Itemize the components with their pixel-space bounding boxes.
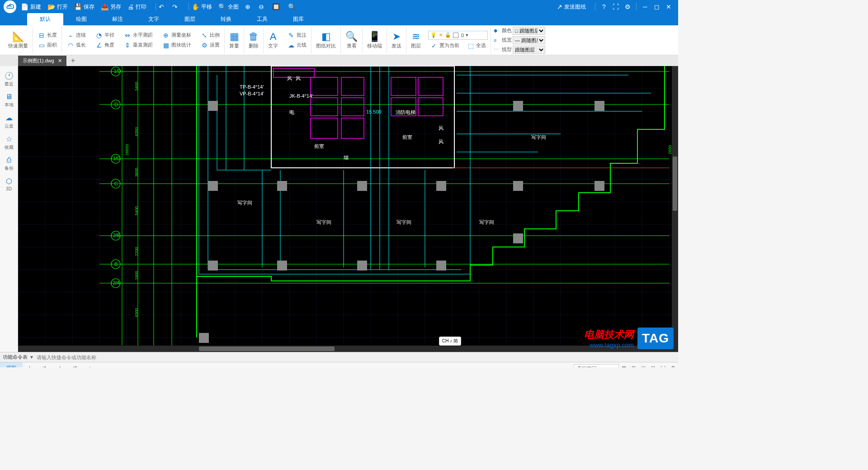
redo-button[interactable]: ↷ (172, 3, 179, 10)
blockstat-icon: ▦ (162, 42, 170, 49)
zoom-out-button[interactable]: ⊖ (259, 3, 266, 10)
status-btn-5[interactable]: ⛶ (658, 366, 668, 368)
linewidth-icon: ≡ (494, 38, 501, 43)
calc-button[interactable]: ▦算量 (227, 30, 241, 50)
coord-button[interactable]: ⊕测量坐标 (160, 31, 193, 39)
radius-button[interactable]: ◔半径 (93, 31, 116, 39)
layout-tab-2[interactable]: Layout2 (53, 363, 83, 368)
tab-annotate[interactable]: 标注 (99, 13, 136, 25)
fullscreen-button[interactable]: ⛶ (610, 3, 622, 10)
tab-default[interactable]: 默认 (27, 13, 63, 25)
zoom-prev-button[interactable]: 🔍 (288, 3, 297, 10)
chevron-down-icon[interactable]: ▼ (29, 355, 34, 360)
tab-convert[interactable]: 转换 (208, 13, 244, 25)
layout-tab-model[interactable]: 模型 (0, 362, 23, 367)
tab-text[interactable]: 文字 (136, 13, 172, 25)
settings-button[interactable]: ⚙ (622, 3, 633, 10)
svg-rect-76 (357, 261, 367, 271)
add-tab-button[interactable]: + (66, 57, 80, 65)
angle-button[interactable]: ∠角度 (93, 41, 116, 49)
sidebar-backup[interactable]: ⎙备份 (1, 153, 17, 174)
print-button[interactable]: 🖨打印 (127, 3, 146, 11)
color-icon: ◆ (494, 28, 501, 33)
color-select[interactable]: □ 跟随图层 (513, 27, 545, 35)
minimize-button[interactable]: ─ (639, 3, 651, 10)
status-btn-6[interactable]: ⚙ (668, 365, 678, 367)
vertical-scrollbar[interactable] (672, 66, 678, 352)
add-layout-button[interactable]: + (83, 365, 96, 368)
layout-tab-1[interactable]: Layout1 (23, 363, 53, 368)
status-btn-4[interactable]: ⊡ (648, 365, 658, 367)
zoom-fit-button[interactable]: 🔍全图 (218, 3, 239, 11)
chevron-down-icon: ▾ (466, 32, 468, 38)
hdist-button[interactable]: ⇔水平测距 (122, 31, 155, 39)
send-button[interactable]: ➤发送 (390, 30, 403, 50)
zoom-in-button[interactable]: ⊕ (245, 3, 252, 10)
maximize-button[interactable]: ◻ (651, 3, 663, 10)
status-btn-3[interactable]: ◫ (638, 365, 648, 367)
undo-button[interactable]: ↶ (159, 3, 166, 10)
find-text-input[interactable] (574, 364, 619, 368)
setcurrent-icon: ✓ (430, 42, 438, 49)
saveas-button[interactable]: 📤另存 (101, 3, 121, 11)
arc-button[interactable]: ◠弧长 (65, 41, 88, 49)
sidebar-cloud[interactable]: ☁云盘 (1, 111, 17, 132)
length-button[interactable]: ⊟长度 (36, 31, 59, 39)
send-drawing-button[interactable]: ↗发送图纸 (557, 3, 586, 11)
sun-icon: ☀ (439, 32, 443, 38)
mobile-button[interactable]: 📱移动端 (365, 30, 384, 50)
open-button[interactable]: 📂打开 (47, 3, 68, 11)
hdist-icon: ⇔ (123, 32, 132, 39)
tab-draw[interactable]: 绘图 (63, 13, 99, 25)
text-button[interactable]: A文字 (266, 30, 280, 50)
status-btn-1[interactable]: ▦ (619, 365, 629, 367)
tab-library[interactable]: 图库 (280, 13, 316, 25)
cloud-button[interactable]: ☁云线 (285, 41, 308, 49)
sidebar-3d[interactable]: ⬡3D (1, 174, 17, 194)
command-input[interactable] (37, 355, 675, 360)
area-button[interactable]: ▭面积 (36, 41, 59, 49)
svg-rect-72 (199, 333, 209, 343)
selectall-button[interactable]: ⬚全选 (465, 42, 488, 50)
sidebar-favorite[interactable]: ☆收藏 (1, 132, 17, 153)
status-btn-2[interactable]: ⊞ (629, 365, 638, 367)
close-tab-icon[interactable]: ✕ (58, 58, 62, 64)
svg-rect-60 (341, 77, 364, 95)
zoom-window-icon: 🔲 (272, 3, 280, 10)
sidebar-recent[interactable]: 🕐最近 (1, 69, 17, 90)
layer-selector[interactable]: 💡 ☀ 🔓 0 ▾ (428, 31, 488, 40)
cad-drawing (18, 66, 678, 352)
svg-rect-80 (513, 181, 523, 191)
blockstat-button[interactable]: ▦图块统计 (160, 41, 193, 49)
menu-tabs: 默认 绘图 标注 文字 图层 转换 工具 图库 (0, 14, 678, 25)
file-tab[interactable]: 示例图(1).dwg ✕ (18, 56, 66, 66)
delete-button[interactable]: 🗑删除 (247, 30, 260, 50)
help-button[interactable]: ? (598, 3, 610, 10)
continuous-button[interactable]: ⫠连续 (65, 31, 88, 39)
vdist-button[interactable]: ⇕垂直测距 (122, 41, 155, 49)
setcurrent-button[interactable]: ✓置为当前 (428, 42, 461, 50)
drawing-canvas[interactable]: TP-B-4°14' VP-B-4°14' JK-B-4°14' 电 消防电梯 … (18, 66, 678, 352)
tab-layer[interactable]: 图层 (172, 13, 208, 25)
settings-ribbon-button[interactable]: ⚙设置 (198, 41, 222, 49)
close-button[interactable]: ✕ (663, 3, 675, 10)
svg-rect-70 (208, 181, 218, 191)
svg-rect-71 (208, 261, 218, 271)
layer-button[interactable]: ≋图层 (409, 30, 423, 50)
scale-button[interactable]: ⤡比例 (198, 31, 222, 39)
view-button[interactable]: 🔍查看 (344, 30, 359, 50)
new-button[interactable]: 📄新建 (21, 3, 41, 11)
save-button[interactable]: 💾保存 (74, 3, 94, 11)
linewidth-select[interactable]: — 跟随图层 (513, 36, 545, 44)
tab-tools[interactable]: 工具 (244, 13, 280, 25)
compare-button[interactable]: ◧图纸对比 (314, 30, 338, 50)
zoom-window-button[interactable]: 🔲 (272, 3, 282, 10)
sidebar-local[interactable]: 🖥本地 (1, 90, 17, 111)
quick-measure-button[interactable]: 📐快速测量 (6, 30, 30, 50)
zoom-out-icon: ⊖ (259, 3, 264, 10)
linetype-select[interactable]: 跟随图层 (513, 46, 545, 54)
horizontal-scrollbar[interactable] (18, 346, 672, 352)
annotate-button[interactable]: ✎批注 (285, 31, 308, 39)
svg-rect-64 (391, 98, 416, 116)
pan-button[interactable]: ✋平移 (192, 3, 212, 11)
